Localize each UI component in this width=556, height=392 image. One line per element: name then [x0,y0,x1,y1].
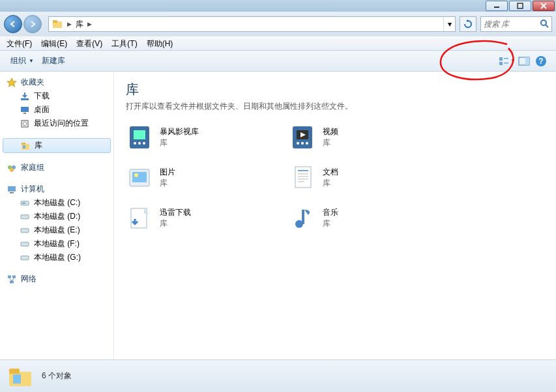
sidebar-group-homegroup[interactable]: 家庭组 [0,161,113,175]
computer-icon [7,184,17,195]
search-placeholder: 搜索 库 [484,19,540,30]
svg-rect-1 [518,3,523,8]
window-titlebar [0,0,556,12]
sidebar-item-drive-d[interactable]: 本地磁盘 (D:) [0,210,113,223]
library-icon [126,124,153,151]
sidebar-item-desktop[interactable]: 桌面 [0,103,113,117]
sidebar-item-recent[interactable]: 最近访问的位置 [0,117,113,130]
library-type: 库 [160,137,199,148]
svg-rect-31 [21,215,29,219]
library-icon [289,164,316,191]
svg-rect-28 [10,192,14,193]
library-type: 库 [160,218,191,229]
svg-rect-50 [132,172,147,182]
svg-rect-35 [8,275,11,278]
svg-rect-23 [23,145,25,148]
breadcrumb-root[interactable]: 库 [73,19,86,30]
minimize-button[interactable] [486,1,508,11]
homegroup-icon [7,163,17,173]
library-icon [289,204,316,232]
library-type: 库 [323,137,338,148]
svg-text:?: ? [538,57,543,66]
content-pane: 库 打开库以查看文件并根据文件夹、日期和其他属性排列这些文件。 暴风影视库库视频… [114,72,556,359]
library-item[interactable]: 暴风影视库库 [126,124,289,151]
library-icon [126,164,153,191]
svg-rect-62 [9,369,20,374]
library-type: 库 [323,178,338,189]
menu-bar: 文件(F) 编辑(E) 查看(V) 工具(T) 帮助(H) [0,36,556,51]
drive-icon [20,239,30,249]
menu-tools[interactable]: 工具(T) [111,38,137,49]
navigation-bar: ▶ 库 ▶ ▾ 搜索 库 [0,12,556,36]
menu-view[interactable]: 查看(V) [76,38,102,49]
svg-point-40 [134,142,136,145]
svg-rect-13 [525,57,529,65]
svg-point-26 [10,168,14,172]
libraries-icon [20,141,31,151]
library-item[interactable]: 迅雷下载库 [126,204,289,232]
sidebar-item-drive-f[interactable]: 本地磁盘 (F:) [0,237,113,251]
svg-point-48 [306,142,308,145]
svg-rect-16 [21,98,29,100]
sidebar-item-drive-c[interactable]: 本地磁盘 (C:) [0,196,113,210]
navigation-pane: 收藏夹 下载 桌面 最近访问的位置 库 家庭组 [0,72,114,359]
address-dropdown-button[interactable]: ▾ [443,17,455,31]
search-input[interactable]: 搜索 库 [480,16,552,32]
drive-icon [20,253,30,263]
library-name: 迅雷下载 [160,207,191,218]
library-name: 暴风影视库 [160,126,199,137]
chevron-right-icon[interactable]: ▶ [86,21,93,27]
libraries-icon [51,18,63,30]
svg-rect-5 [53,20,57,23]
drive-icon [20,212,30,222]
library-item[interactable]: 图片库 [126,164,289,191]
library-item[interactable]: 文档库 [289,164,452,191]
svg-point-42 [143,142,145,145]
menu-file[interactable]: 文件(F) [7,38,32,49]
new-library-button[interactable]: 新建库 [38,54,69,68]
drive-icon [20,225,30,236]
svg-rect-18 [23,113,26,114]
sidebar-group-computer[interactable]: 计算机 [0,182,113,196]
change-view-button[interactable]: ▼ [499,54,516,68]
back-button[interactable] [4,15,22,33]
library-icon [289,124,316,151]
library-item[interactable]: 音乐库 [289,204,452,232]
page-title: 库 [126,81,544,98]
library-name: 音乐 [323,207,338,218]
sidebar-group-network[interactable]: 网络 [0,272,113,286]
menu-edit[interactable]: 编辑(E) [41,38,67,49]
svg-rect-37 [10,281,14,283]
svg-rect-11 [504,63,508,64]
library-item[interactable]: 视频库 [289,124,452,151]
close-button[interactable] [533,1,555,11]
menu-help[interactable]: 帮助(H) [147,38,173,49]
desktop-icon [20,105,30,115]
sidebar-item-libraries[interactable]: 库 [3,138,111,153]
svg-point-20 [23,122,27,126]
sidebar-item-drive-g[interactable]: 本地磁盘 (G:) [0,251,113,264]
refresh-button[interactable] [460,16,476,32]
maximize-button[interactable] [509,1,531,11]
svg-rect-63 [13,374,21,384]
command-bar: 组织▼ 新建库 ▼ ? [0,51,556,72]
svg-rect-17 [21,107,29,112]
svg-rect-27 [8,186,16,191]
svg-rect-32 [21,229,29,232]
svg-point-47 [301,142,304,145]
help-button[interactable]: ? [533,54,549,68]
sidebar-item-downloads[interactable]: 下载 [0,89,113,103]
organize-button[interactable]: 组织▼ [7,54,38,68]
svg-rect-34 [21,256,29,260]
svg-rect-10 [499,62,503,65]
address-bar[interactable]: ▶ 库 ▶ ▾ [48,16,456,32]
sidebar-group-favorites[interactable]: 收藏夹 [0,76,113,89]
recent-icon [20,119,30,129]
preview-pane-button[interactable] [516,54,533,68]
svg-rect-22 [22,143,25,145]
sidebar-item-drive-e[interactable]: 本地磁盘 (E:) [0,223,113,237]
library-name: 图片 [160,167,175,178]
svg-point-46 [297,142,299,145]
svg-rect-30 [22,203,25,204]
forward-button[interactable] [23,15,42,33]
